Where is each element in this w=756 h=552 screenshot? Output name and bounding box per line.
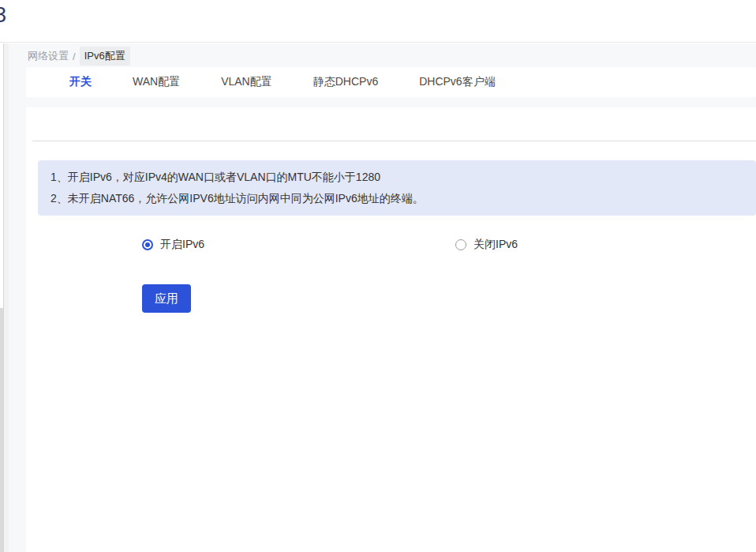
- radio-button-icon[interactable]: [455, 239, 466, 250]
- radio-option-disable-ipv6[interactable]: 关闭IPv6: [455, 238, 518, 252]
- card-divider: [32, 141, 756, 141]
- breadcrumb-current: IPv6配置: [80, 47, 130, 66]
- breadcrumb-section[interactable]: 网络设置: [28, 49, 69, 63]
- content-panel: 网络设置 / IPv6配置 开关 WAN配置 VLAN配置 静态DHCPv6 D…: [9, 43, 756, 552]
- tab-wan-config[interactable]: WAN配置: [133, 75, 180, 89]
- radio-label[interactable]: 开启IPv6: [160, 238, 204, 252]
- breadcrumb-separator: /: [73, 51, 76, 62]
- tab-bar: 开关 WAN配置 VLAN配置 静态DHCPv6 DHCPv6客户端: [26, 67, 756, 97]
- notice-line-1: 1、开启IPv6，对应IPv4的WAN口或者VLAN口的MTU不能小于1280: [51, 167, 743, 188]
- tab-static-dhcpv6[interactable]: 静态DHCPv6: [313, 75, 378, 89]
- tab-vlan-config[interactable]: VLAN配置: [221, 75, 272, 89]
- radio-button-icon[interactable]: [142, 239, 153, 250]
- apply-button[interactable]: 应用: [142, 284, 191, 313]
- notice-line-2: 2、未开启NAT66，允许公网IPV6地址访问内网中同为公网IPv6地址的终端。: [51, 188, 743, 209]
- left-scrollbar[interactable]: [0, 308, 3, 552]
- top-bar: 3: [0, 0, 756, 43]
- tab-dhcpv6-client[interactable]: DHCPv6客户端: [419, 75, 495, 89]
- ipv6-radio-group: 开启IPv6 关闭IPv6: [142, 238, 756, 253]
- main-layout: 网络设置 / IPv6配置 开关 WAN配置 VLAN配置 静态DHCPv6 D…: [0, 43, 756, 552]
- radio-label[interactable]: 关闭IPv6: [473, 238, 518, 252]
- sidebar-sliver: [3, 43, 9, 552]
- radio-option-enable-ipv6[interactable]: 开启IPv6: [142, 238, 204, 252]
- collapsed-sidebar-edge: [0, 43, 9, 552]
- tab-switch[interactable]: 开关: [69, 75, 92, 89]
- notice-box: 1、开启IPv6，对应IPv4的WAN口或者VLAN口的MTU不能小于1280 …: [38, 160, 756, 216]
- ipv6-switch-card: 1、开启IPv6，对应IPv4的WAN口或者VLAN口的MTU不能小于1280 …: [26, 107, 756, 552]
- clipped-logo-glyph: 3: [0, 3, 6, 28]
- breadcrumb: 网络设置 / IPv6配置: [28, 47, 756, 66]
